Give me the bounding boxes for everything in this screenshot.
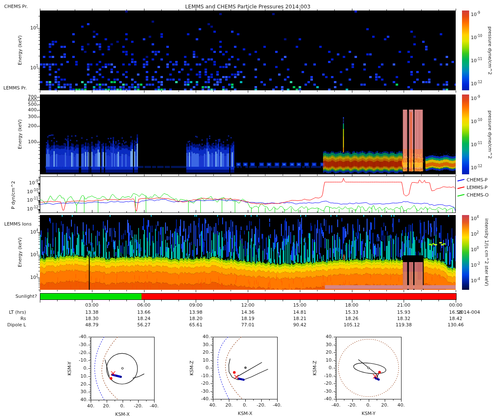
- ephemeris-row-label: LT (hrs): [0, 310, 26, 315]
- ephemeris-value: 18.19: [241, 316, 255, 321]
- cb3-cbtick-label: 102: [471, 231, 479, 237]
- time-tick-label: 15:00: [293, 302, 307, 308]
- time-tick-label: 21:00: [397, 302, 410, 308]
- time-tick-label: 18:00: [345, 302, 359, 308]
- lemms-ions-spectrogram: [40, 215, 456, 290]
- cb1-cbtick-label: 10-11: [471, 58, 482, 63]
- orbit-yaxis-label-ksm-y: KSM-Y: [66, 354, 72, 383]
- p2-ytick-label: 400.: [21, 107, 38, 113]
- ephemeris-value: 14.36: [241, 310, 255, 315]
- orbit-xtick-label: 0.: [120, 403, 125, 409]
- page-title: LEMMS and CHEMS Particle Pressures 2014:…: [185, 4, 310, 9]
- pressure-line-plot: [40, 176, 456, 213]
- orbit-ytick-label: 10.: [319, 357, 333, 363]
- time-tick-label: 12:00: [241, 302, 255, 308]
- orbit-ytick-label: -40.: [319, 396, 333, 402]
- p2-ytick-label: 200.: [21, 123, 38, 129]
- cb3-cbtick-label: 104: [471, 216, 479, 221]
- panel-label-lemms-pressure: LEMMS Pr.: [3, 85, 27, 91]
- orbit-ytick-label: -20.: [74, 350, 88, 355]
- orbit-ytick-label: 10.: [74, 373, 88, 379]
- cb2-cbtick-label: 10-12: [471, 165, 482, 171]
- orbit-ytick-label: 0.: [196, 365, 210, 370]
- time-tick-label: 00:00: [449, 302, 462, 308]
- colorbar-pressure-p1: [462, 10, 469, 90]
- ephemeris-row-label: Rs: [0, 316, 26, 321]
- ephemeris-value: 18.20: [189, 316, 203, 321]
- orbit-ytick-label: 40.: [74, 397, 88, 402]
- p4-ytick-label: 103: [21, 252, 38, 257]
- p4-ytick-label: 102: [21, 275, 38, 280]
- sunlight-strip: [40, 293, 457, 300]
- ephemeris-value: 90.42: [293, 322, 307, 328]
- legend-label: CHEMS-P: [467, 177, 488, 183]
- sunlight-segment-night: [142, 294, 456, 299]
- orbit-ytick-label: -40.: [74, 334, 88, 339]
- orbit-xtick-label: -40.: [331, 402, 340, 408]
- legend-item-chems-o: CHEMS-O: [457, 192, 488, 198]
- ephemeris-value: 119.38: [396, 322, 412, 328]
- orbit-xaxis-label-ksm-x: KSM-X: [115, 412, 130, 417]
- p2-ytick-label: 500.: [21, 102, 38, 107]
- cb1-cbtick-label: 10-12: [471, 81, 482, 87]
- sunlight-label: Sunlight?: [0, 294, 37, 299]
- cb1-cbtick-label: 10-9: [471, 12, 480, 17]
- ephemeris-value: 13.38: [85, 310, 99, 315]
- legend-label: LEMMS-P: [467, 185, 488, 190]
- p3-ytick-label: 10-10: [21, 189, 38, 194]
- colorbar-intensity-p4: [462, 215, 469, 290]
- orbit-ytick-label: -30.: [74, 342, 88, 347]
- ephemeris-value: 18.32: [397, 316, 411, 321]
- orbit-ytick-label: 20.: [74, 381, 88, 387]
- orbit-ytick-label: -10.: [196, 373, 210, 378]
- ephemeris-value: 18.21: [293, 316, 307, 321]
- orbit-xtick-label: 40.: [209, 402, 217, 408]
- orbit-ytick-label: 10.: [196, 357, 210, 363]
- p3-ytick-label: 10-11: [21, 197, 38, 203]
- ephemeris-value: 15.93: [397, 310, 411, 315]
- colorbar-pressure-p2: [462, 94, 469, 174]
- orbit-ytick-label: 0.: [319, 365, 333, 370]
- orbit-ytick-label: 40.: [196, 334, 210, 339]
- orbit-yaxis-label-ksm-z: KSM-Z: [312, 353, 318, 383]
- orbit-yaxis-label-ksm-z: KSM-Z: [189, 353, 194, 383]
- chems-pressure-spectrogram: [40, 10, 456, 90]
- orbit-xtick-label: 0.: [366, 402, 371, 408]
- orbit-xtick-label: -20.: [348, 402, 357, 408]
- orbit-xtick-label: 40.: [87, 403, 94, 409]
- ephemeris-value: 18.24: [137, 316, 151, 321]
- orbit-ytick-label: 20.: [319, 349, 333, 355]
- p1-ytick-label: 101: [21, 65, 38, 71]
- ephemeris-value: 77.01: [241, 322, 255, 328]
- orbit-ytick-label: -20.: [319, 381, 333, 386]
- legend-line-swatch: [457, 194, 465, 196]
- orbit-ytick-label: -30.: [319, 388, 333, 394]
- ephemeris-value: 105.12: [344, 322, 360, 328]
- orbit-xtick-label: 20.: [381, 402, 389, 408]
- panel-label-lemms-ions: LEMMS Ions: [4, 221, 32, 227]
- ephemeris-value: 65.61: [189, 322, 203, 328]
- orbit-ytick-label: 0.: [74, 365, 88, 371]
- cb2-cbtick-label: 10-10: [471, 119, 482, 124]
- ephemeris-value: 18.26: [345, 316, 359, 321]
- p4-ytick-label: 104: [21, 229, 38, 235]
- ephemeris-value: 15.33: [345, 310, 359, 315]
- orbit-xtick-label: 0.: [243, 402, 247, 408]
- orbit-ytick-label: 30.: [74, 389, 88, 394]
- ephemeris-value: 14.81: [293, 310, 307, 315]
- cb2-cbtick-label: 10-9: [471, 96, 480, 101]
- ephemeris-value: 18.42: [449, 316, 462, 321]
- cb3-cbtick-label: 10-4: [471, 278, 480, 284]
- orbit-ytick-label: 20.: [196, 349, 210, 355]
- orbit-ytick-label: 30.: [319, 342, 333, 347]
- orbit-xtick-label: 20.: [103, 403, 110, 409]
- legend-item-chems-p: CHEMS-P: [457, 177, 488, 183]
- legend-item-lemms-p: LEMMS-P: [457, 185, 488, 190]
- orbit-ytick-label: -10.: [74, 357, 88, 363]
- cb1-cbtick-label: 10-10: [471, 35, 482, 40]
- orbit-xtick-label: -40.: [150, 403, 158, 409]
- time-tick-label: 03:00: [85, 302, 99, 308]
- orbit-ytick-label: -40.: [196, 396, 210, 402]
- orbit-xtick-label: -20.: [134, 403, 143, 409]
- ephemeris-row-label: Dipole L: [0, 322, 26, 328]
